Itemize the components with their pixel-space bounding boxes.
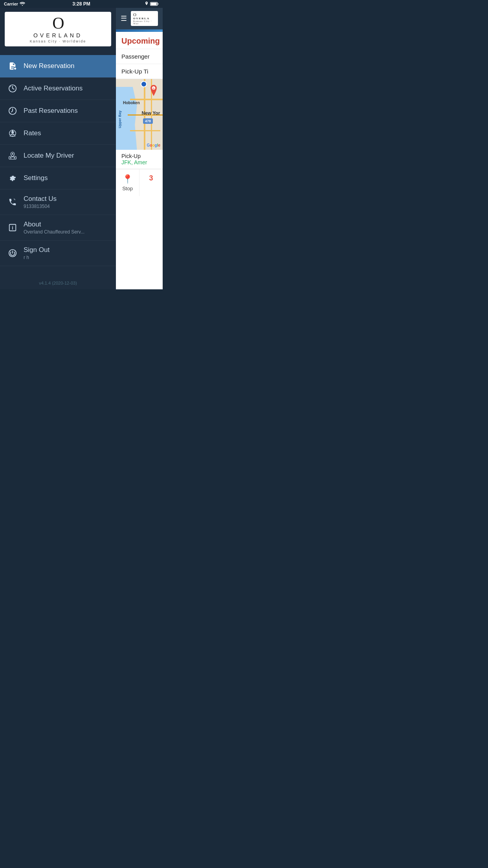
svg-point-11: [14, 157, 15, 159]
map-area: Hoboken New Yor 478 Upper Bay D: [116, 79, 163, 150]
pickup-value: JFK, Amer: [121, 159, 157, 166]
new-reservation-icon: [7, 61, 18, 72]
map-badge-478: 478: [143, 118, 153, 124]
stop-right-value-area: 3: [139, 169, 163, 196]
map-canvas: Hoboken New Yor 478 Upper Bay D: [116, 79, 163, 150]
active-reservations-icon: [7, 83, 18, 94]
svg-text:i: i: [12, 225, 13, 231]
logo-container: O OVERLAND Kansas City · Worldwide: [5, 12, 111, 46]
logo-subtitle: Kansas City · Worldwide: [30, 39, 86, 43]
stop-pin-icon: 📍: [122, 174, 133, 184]
menu-item-contact-us[interactable]: Contact Us 9133813504: [0, 189, 116, 215]
right-logo-mini: O OVERLA Kansas City · Wor: [131, 11, 158, 26]
stop-area: 📍 Stop 3: [116, 169, 163, 196]
active-reservations-label: Active Reservations: [24, 85, 83, 92]
menu-spacer: [0, 50, 116, 55]
about-subtitle: Overland Chauffeured Serv...: [24, 229, 84, 235]
menu-item-locate-driver[interactable]: Locate My Driver: [0, 145, 116, 167]
sign-out-user: r h: [24, 255, 50, 260]
version-text: v4.1.4 (2020-12-03): [0, 277, 116, 289]
menu-item-rates[interactable]: Rates: [0, 122, 116, 145]
svg-point-12: [12, 153, 13, 155]
menu-item-sign-out[interactable]: Sign Out r h: [0, 241, 116, 266]
status-right: [145, 2, 159, 6]
pickup-label: Pick-Up: [121, 153, 157, 159]
settings-label: Settings: [24, 174, 48, 182]
menu-item-new-reservation[interactable]: New Reservation: [0, 55, 116, 77]
pickup-time-label: Pick-Up Ti: [121, 68, 148, 75]
map-label-hoboken: Hoboken: [123, 101, 140, 105]
rates-icon: [7, 128, 18, 139]
right-header: ☰ O OVERLA Kansas City · Wor: [116, 8, 163, 29]
menu-item-settings[interactable]: Settings: [0, 167, 116, 189]
logo-letter: O: [30, 15, 86, 31]
svg-rect-2: [151, 3, 157, 5]
menu-item-about[interactable]: i About Overland Chauffeured Serv...: [0, 215, 116, 241]
logo-name: OVERLAND: [30, 32, 86, 39]
stop-right-value: 3: [149, 174, 153, 182]
map-road-1: [130, 99, 163, 100]
map-label-upper-bay: Upper Bay: [118, 110, 122, 128]
map-marker-d: D: [149, 85, 158, 96]
upcoming-label: Upcoming: [116, 32, 163, 49]
contact-us-label: Contact Us: [24, 195, 57, 203]
menu-item-past-reservations[interactable]: Past Reservations: [0, 100, 116, 122]
svg-rect-1: [158, 3, 158, 5]
google-logo: Google: [147, 143, 160, 147]
settings-icon: [7, 173, 18, 184]
main-layout: O OVERLAND Kansas City · Worldwide New R…: [0, 8, 163, 289]
hamburger-icon[interactable]: ☰: [121, 14, 127, 23]
passenger-row: Passenger: [116, 49, 163, 64]
contact-us-icon: [7, 197, 18, 208]
locate-driver-icon: [7, 150, 18, 161]
status-time: 3:28 PM: [72, 1, 90, 7]
map-marker-blue: [141, 81, 147, 87]
past-reservations-icon: [7, 105, 18, 116]
svg-text:D: D: [153, 87, 155, 90]
stop-label: Stop: [122, 186, 133, 191]
carrier-label: Carrier: [4, 2, 18, 6]
sign-out-icon: [7, 248, 18, 259]
menu-item-active-reservations[interactable]: Active Reservations: [0, 77, 116, 100]
menu-bottom: v4.1.4 (2020-12-03): [0, 277, 116, 289]
svg-point-10: [10, 157, 12, 159]
location-icon: [145, 2, 149, 6]
locate-driver-label: Locate My Driver: [24, 152, 74, 160]
passenger-label: Passenger: [121, 53, 150, 60]
contact-us-phone: 9133813504: [24, 204, 57, 209]
status-bar: Carrier 3:28 PM: [0, 0, 163, 8]
new-reservation-label: New Reservation: [24, 62, 74, 70]
sign-out-label: Sign Out: [24, 246, 50, 254]
right-content: Upcoming Passenger Pick-Up Ti: [116, 32, 163, 289]
drawer: O OVERLAND Kansas City · Worldwide New R…: [0, 8, 116, 289]
right-panel: ☰ O OVERLA Kansas City · Wor Upcoming Pa…: [116, 8, 163, 289]
pickup-time-row: Pick-Up Ti: [116, 64, 163, 79]
status-left: Carrier: [4, 2, 25, 6]
svg-rect-5: [14, 68, 16, 69]
about-label: About: [24, 221, 84, 228]
wifi-icon: [20, 2, 25, 6]
about-icon: i: [7, 222, 18, 233]
pickup-row: Pick-Up JFK, Amer: [116, 150, 163, 169]
stop-button[interactable]: 📍 Stop: [116, 169, 139, 196]
logo: O OVERLAND Kansas City · Worldwide: [30, 15, 86, 43]
map-label-newyork: New Yor: [141, 110, 160, 116]
battery-icon: [150, 2, 159, 6]
past-reservations-label: Past Reservations: [24, 107, 78, 115]
rates-label: Rates: [24, 129, 41, 137]
